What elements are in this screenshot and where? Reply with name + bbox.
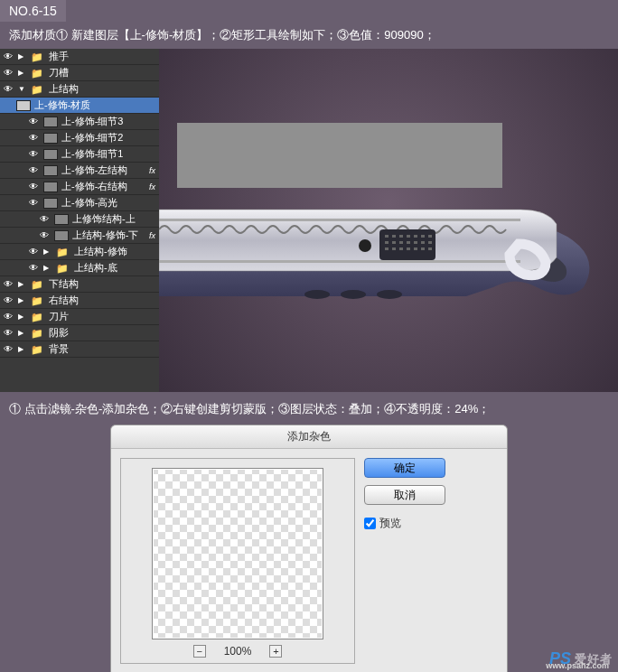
- layer-row[interactable]: 👁▶📁上结构-修饰: [0, 244, 159, 260]
- visibility-icon[interactable]: 👁: [40, 214, 51, 224]
- layer-row[interactable]: 👁▼📁上结构: [0, 81, 159, 98]
- visibility-icon[interactable]: 👁: [4, 68, 14, 78]
- svg-rect-24: [428, 247, 432, 250]
- svg-rect-13: [399, 241, 403, 244]
- material-rectangle: [177, 123, 502, 188]
- visibility-icon[interactable]: 👁: [29, 182, 40, 191]
- layer-row[interactable]: 👁▶📁刀片: [0, 309, 159, 325]
- add-noise-dialog: 添加杂色 − 100% + 数量 % 分布 确定: [110, 425, 508, 672]
- fx-badge[interactable]: fx: [149, 182, 155, 191]
- visibility-icon[interactable]: 👁: [29, 263, 40, 273]
- step-badge: NO.6-15: [0, 0, 66, 22]
- svg-rect-7: [407, 235, 410, 238]
- svg-rect-15: [414, 241, 417, 244]
- svg-rect-8: [414, 235, 417, 238]
- layer-thumbnail: [54, 214, 69, 225]
- svg-rect-6: [399, 235, 403, 238]
- layer-row[interactable]: 👁▶📁下结构: [0, 276, 159, 293]
- svg-rect-17: [428, 241, 432, 244]
- folder-icon: 📁: [31, 344, 45, 355]
- preview-checkbox[interactable]: [364, 518, 376, 529]
- folder-icon: 📁: [31, 51, 45, 62]
- svg-rect-20: [399, 247, 403, 250]
- layer-row[interactable]: 👁上-修饰-细节3: [0, 114, 159, 130]
- visibility-icon[interactable]: 👁: [29, 149, 40, 159]
- layer-thumbnail: [16, 100, 31, 111]
- folder-icon: 📁: [31, 328, 45, 339]
- layer-row[interactable]: 👁上-修饰-细节2: [0, 130, 159, 146]
- zoom-out-button[interactable]: −: [193, 645, 206, 658]
- ok-button[interactable]: 确定: [364, 458, 445, 478]
- svg-point-27: [377, 290, 402, 299]
- visibility-icon[interactable]: 👁: [4, 312, 14, 322]
- svg-rect-4: [385, 235, 389, 238]
- visibility-icon[interactable]: 👁: [29, 198, 40, 208]
- svg-rect-14: [407, 241, 410, 244]
- svg-rect-12: [392, 241, 396, 244]
- layer-thumbnail: [43, 117, 58, 127]
- svg-point-25: [304, 290, 330, 299]
- visibility-icon[interactable]: 👁: [29, 117, 40, 126]
- visibility-icon[interactable]: 👁: [29, 165, 40, 175]
- fx-badge[interactable]: fx: [149, 166, 155, 175]
- visibility-icon[interactable]: 👁: [40, 230, 51, 240]
- cancel-button[interactable]: 取消: [364, 485, 445, 505]
- svg-rect-16: [421, 241, 425, 244]
- layer-thumbnail: [43, 182, 58, 192]
- layer-row[interactable]: 👁▶📁推手: [0, 49, 159, 65]
- layer-row[interactable]: 👁▶📁右结构: [0, 293, 159, 309]
- svg-rect-11: [385, 241, 389, 244]
- layer-row[interactable]: 👁▶📁阴影: [0, 325, 159, 341]
- zoom-in-button[interactable]: +: [269, 645, 282, 658]
- folder-icon: 📁: [56, 263, 70, 274]
- layer-row[interactable]: 👁▶📁刀槽: [0, 65, 159, 81]
- instruction-line-1: 添加材质① 新建图层【上-修饰-材质】；②矩形工具绘制如下；③色值：909090…: [0, 22, 618, 49]
- layer-thumbnail: [43, 133, 58, 144]
- layer-row[interactable]: 👁上-修饰-右结构fx: [0, 179, 159, 195]
- layer-row[interactable]: 👁▶📁背景: [0, 341, 159, 358]
- visibility-icon[interactable]: 👁: [4, 279, 14, 289]
- knife-illustration: [159, 181, 602, 307]
- fx-badge[interactable]: fx: [149, 231, 155, 240]
- svg-rect-21: [407, 247, 410, 250]
- layer-thumbnail: [43, 165, 58, 176]
- layer-row[interactable]: 👁上-修饰-细节1: [0, 146, 159, 163]
- svg-point-26: [341, 290, 366, 299]
- folder-icon: 📁: [31, 279, 45, 290]
- svg-rect-23: [421, 247, 425, 250]
- svg-rect-9: [421, 235, 425, 238]
- visibility-icon[interactable]: 👁: [4, 295, 14, 305]
- svg-rect-3: [379, 229, 435, 260]
- canvas-area: [159, 49, 618, 392]
- layer-thumbnail: [43, 198, 58, 209]
- visibility-icon[interactable]: 👁: [29, 247, 40, 257]
- instruction-line-2: ① 点击滤镜-杂色-添加杂色；②右键创建剪切蒙版；③图层状态：叠加；④不透明度：…: [0, 392, 618, 425]
- layer-thumbnail: [54, 230, 69, 241]
- layer-row[interactable]: 👁上结构-修饰-下fx: [0, 228, 159, 244]
- layer-row[interactable]: 👁上修饰结构-上: [0, 211, 159, 228]
- visibility-icon[interactable]: 👁: [29, 133, 40, 143]
- noise-preview: [152, 468, 323, 639]
- svg-point-2: [359, 239, 371, 252]
- svg-rect-19: [392, 247, 396, 250]
- layer-row-selected[interactable]: 上-修饰-材质: [0, 98, 159, 114]
- folder-icon: 📁: [31, 84, 45, 95]
- folder-icon: 📁: [31, 68, 45, 79]
- layers-panel: 👁▶📁推手 👁▶📁刀槽 👁▼📁上结构 上-修饰-材质 👁上-修饰-细节3 👁上-…: [0, 49, 159, 392]
- visibility-icon[interactable]: 👁: [4, 51, 14, 61]
- preview-label: 预览: [379, 516, 401, 531]
- layer-row[interactable]: 👁上-修饰-高光: [0, 195, 159, 211]
- layer-row[interactable]: 👁上-修饰-左结构fx: [0, 163, 159, 179]
- svg-rect-18: [385, 247, 389, 250]
- dialog-title: 添加杂色: [111, 425, 507, 449]
- layer-row[interactable]: 👁▶📁上结构-底: [0, 260, 159, 276]
- visibility-icon[interactable]: 👁: [4, 328, 14, 338]
- layer-thumbnail: [43, 149, 58, 160]
- preview-checkbox-row[interactable]: 预览: [364, 516, 445, 531]
- visibility-icon[interactable]: 👁: [4, 344, 14, 354]
- folder-icon: 📁: [56, 247, 70, 257]
- watermark: PS 爱好者 www.psahz.com: [549, 649, 613, 668]
- svg-rect-0: [159, 219, 520, 221]
- visibility-icon[interactable]: 👁: [4, 84, 14, 94]
- folder-icon: 📁: [31, 295, 45, 306]
